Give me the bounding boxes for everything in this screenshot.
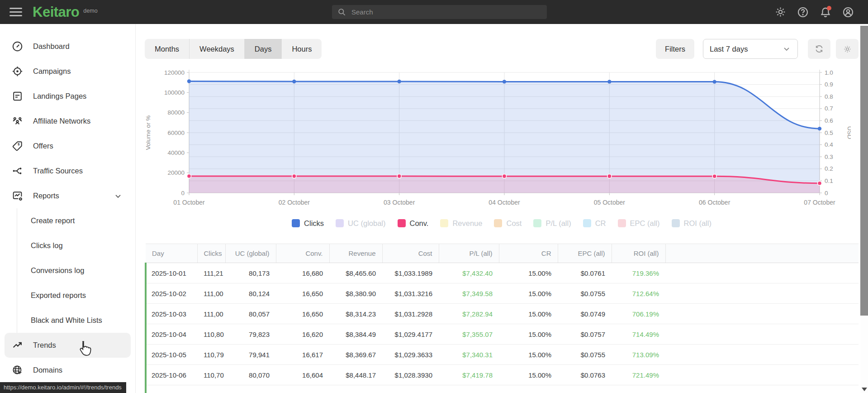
- table-row[interactable]: 2025-10-05110,7979,94116,617$8,369.67$1,…: [146, 345, 859, 365]
- chart-settings-button[interactable]: [836, 39, 859, 59]
- line-chart: 00.10.20.30.40.50.60.70.80.91.0020000400…: [145, 67, 851, 213]
- offers-icon: $: [11, 140, 23, 152]
- legend-item-epc-all-[interactable]: EPC (all): [618, 219, 660, 228]
- tab-weekdays[interactable]: Weekdays: [190, 39, 245, 59]
- sidebar-item-trends[interactable]: Trends: [5, 333, 131, 358]
- legend-swatch: [672, 219, 680, 227]
- table-cell: 706.19%: [612, 304, 665, 324]
- column-header-clicks[interactable]: Clicks: [197, 244, 225, 263]
- sidebar-item-domains[interactable]: Domains: [0, 358, 135, 383]
- column-header-epc-all-[interactable]: EPC (all): [558, 244, 612, 263]
- legend-item-roi-all-[interactable]: ROI (all): [672, 219, 711, 228]
- user-avatar-icon[interactable]: [840, 4, 856, 20]
- notifications-bell-icon[interactable]: [817, 4, 834, 20]
- table-cell: 16,680: [276, 263, 329, 283]
- search-input[interactable]: [351, 8, 547, 16]
- table-cell: $1,029.4177: [382, 324, 439, 345]
- app-logo[interactable]: Keitaro: [33, 4, 79, 20]
- chart-legend: ClicksUC (global)Conv.RevenueCostP/L (al…: [145, 216, 859, 230]
- legend-item-clicks[interactable]: Clicks: [292, 219, 324, 228]
- table-cell: $1,031.2928: [382, 304, 439, 324]
- sidebar-item-black-and-white-lists[interactable]: Black and White Lists: [0, 308, 135, 333]
- scrollbar-down-arrow-icon[interactable]: [862, 388, 867, 391]
- page-scrollbar[interactable]: [860, 24, 868, 393]
- sidebar-item-clicks-log[interactable]: Clicks log: [0, 233, 135, 258]
- trends-table: DayClicksUC (global)Conv.RevenueCostP/L …: [145, 244, 859, 393]
- column-header-revenue[interactable]: Revenue: [329, 244, 382, 263]
- tab-hours[interactable]: Hours: [282, 39, 322, 59]
- scrollbar-thumb[interactable]: [860, 26, 868, 316]
- legend-item-cost[interactable]: Cost: [494, 219, 522, 228]
- table-row[interactable]: 2025-10-03111,0080,05716,650$8,314.23$1,…: [146, 304, 859, 324]
- sidebar-item-affiliate-networks[interactable]: Affiliate Networks: [0, 109, 135, 134]
- svg-text:100000: 100000: [164, 89, 185, 96]
- legend-item-revenue[interactable]: Revenue: [440, 219, 482, 228]
- sidebar-item-traffic-sources[interactable]: Traffic Sources: [0, 158, 135, 183]
- column-header-day[interactable]: Day: [146, 244, 197, 263]
- sidebar-item-label: Traffic Sources: [33, 167, 83, 175]
- table-cell: 714.49%: [612, 324, 665, 345]
- legend-swatch: [618, 219, 626, 227]
- table-cell: 15.00%: [499, 345, 558, 365]
- column-header-p-l-all-[interactable]: P/L (all): [439, 244, 499, 263]
- sidebar-item-label: Trends: [33, 341, 56, 350]
- table-cell: $0.0758: [558, 385, 612, 393]
- settings-gear-icon[interactable]: [772, 4, 788, 20]
- date-range-select[interactable]: Last 7 days: [703, 39, 798, 59]
- sidebar-item-offers[interactable]: $Offers: [0, 134, 135, 158]
- table-cell: 111,00: [197, 304, 225, 324]
- sidebar-item-reports[interactable]: Reports: [0, 183, 135, 208]
- table-cell: 111,21: [197, 263, 225, 283]
- sidebar-item-campaigns[interactable]: Campaigns: [0, 59, 135, 84]
- help-icon[interactable]: [795, 4, 811, 20]
- table-row[interactable]: 2025-10-06110,7080,07016,604$8,448.17$1,…: [146, 365, 859, 385]
- column-header-conv-[interactable]: Conv.: [276, 244, 329, 263]
- date-range-value: Last 7 days: [710, 45, 748, 53]
- table-cell-spacer: [665, 324, 859, 345]
- svg-text:0.3: 0.3: [825, 153, 833, 160]
- filters-button[interactable]: Filters: [656, 39, 694, 59]
- table-cell: $7,419.78: [439, 365, 499, 385]
- hamburger-menu-icon[interactable]: [5, 3, 26, 21]
- column-header-roi-all-[interactable]: ROI (all): [612, 244, 665, 263]
- table-cell: 2025-10-04: [146, 324, 197, 345]
- table-cell: $1,031.3216: [382, 283, 439, 304]
- column-header-cr[interactable]: CR: [499, 244, 558, 263]
- sidebar-item-label: Reports: [33, 192, 59, 200]
- table-cell: 79,823: [225, 324, 276, 345]
- legend-item-p-l-all-[interactable]: P/L (all): [533, 219, 571, 228]
- sidebar-item-landings-pages[interactable]: Landings Pages: [0, 84, 135, 109]
- table-cell: $1,028.3930: [382, 365, 439, 385]
- table-row[interactable]: 2025-10-0764,0446,1579,646$4,855.34$587.…: [146, 385, 859, 393]
- legend-label: Conv.: [410, 219, 429, 228]
- sidebar-item-dashboard[interactable]: Dashboard: [0, 34, 135, 59]
- table-cell: 80,124: [225, 283, 276, 304]
- refresh-button[interactable]: [808, 39, 830, 59]
- svg-text:01 October: 01 October: [173, 199, 205, 206]
- table-cell: $7,432.40: [439, 263, 499, 283]
- affiliate-networks-icon: [11, 115, 23, 127]
- table-cell: $8,465.60: [329, 263, 382, 283]
- sidebar-item-conversions-log[interactable]: Conversions log: [0, 258, 135, 283]
- sidebar-item-exported-reports[interactable]: Exported reports: [0, 283, 135, 308]
- legend-item-uc-global-[interactable]: UC (global): [336, 219, 385, 228]
- table-row[interactable]: 2025-10-02111,0080,12416,650$8,380.90$1,…: [146, 283, 859, 304]
- table-row[interactable]: 2025-10-04110,8079,82316,620$8,384.49$1,…: [146, 324, 859, 345]
- chevron-down-icon[interactable]: [114, 192, 123, 202]
- legend-item-conv-[interactable]: Conv.: [398, 219, 429, 228]
- column-header-cost[interactable]: Cost: [382, 244, 439, 263]
- column-header-uc-global-[interactable]: UC (global): [225, 244, 276, 263]
- sidebar-item-label: Black and White Lists: [31, 316, 102, 325]
- search-bar[interactable]: [332, 5, 547, 19]
- sidebar-item-create-report[interactable]: Create report: [0, 208, 135, 233]
- tab-months[interactable]: Months: [145, 39, 190, 59]
- table-cell: $8,314.23: [329, 304, 382, 324]
- svg-text:0.5: 0.5: [825, 129, 833, 136]
- table-cell: 2025-10-03: [146, 304, 197, 324]
- table-cell: 80,070: [225, 365, 276, 385]
- svg-text:04 October: 04 October: [489, 199, 520, 206]
- table-cell: 2025-10-05: [146, 345, 197, 365]
- legend-item-cr[interactable]: CR: [583, 219, 606, 228]
- tab-days[interactable]: Days: [245, 39, 282, 59]
- table-row[interactable]: 2025-10-01111,2180,17316,680$8,465.60$1,…: [146, 263, 859, 283]
